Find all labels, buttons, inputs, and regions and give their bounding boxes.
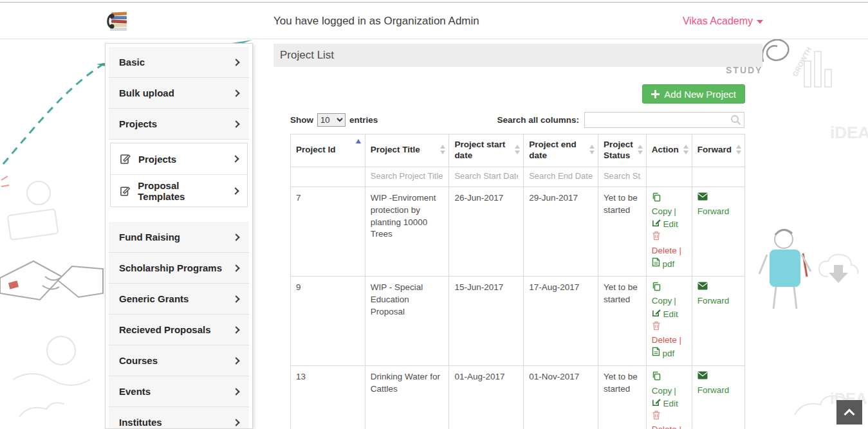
sidebar-item-label: Generic Grants [119, 293, 189, 304]
copy-link[interactable]: Copy [652, 386, 672, 396]
column-header-start-date[interactable]: Project start date [449, 134, 524, 167]
filter-status-input[interactable] [601, 170, 643, 182]
sort-icons [736, 145, 741, 154]
sidebar-item-label: Courses [119, 355, 158, 366]
cell-start-date: 15-Jun-2017 [449, 277, 524, 366]
sidebar-item-label: Fund Raising [119, 232, 180, 242]
edit-icon [652, 218, 661, 227]
chevron-right-icon [232, 326, 239, 333]
edit-document-icon [120, 153, 131, 165]
scroll-to-top-button[interactable] [836, 400, 862, 424]
chevron-right-icon [232, 120, 239, 127]
sidebar-item-projects[interactable]: Projects [109, 109, 249, 140]
pdf-link[interactable]: pdf [662, 349, 674, 358]
top-divider [0, 0, 868, 3]
top-header-bar: You have logged in as Organization Admin… [0, 3, 868, 39]
delete-link[interactable]: Delete [652, 335, 677, 345]
cell-end-date: 17-Aug-2017 [524, 277, 598, 366]
filter-project-title-input[interactable] [368, 170, 447, 182]
sidebar-item-label: Scholarship Programs [119, 262, 222, 273]
forward-link[interactable]: Forward [697, 206, 739, 218]
column-header-project-id[interactable]: Project Id [291, 134, 365, 167]
filter-end-date-input[interactable] [526, 170, 595, 182]
sort-icons [638, 145, 643, 154]
account-name: Vikas Academy [683, 15, 753, 27]
submenu-item-label: Projects [138, 154, 176, 165]
edit-link[interactable]: Edit [663, 219, 678, 229]
cell-start-date: 01-Aug-2017 [449, 366, 524, 429]
submenu-item-label: Proposal Templates [138, 180, 225, 202]
copy-link[interactable]: Copy [652, 206, 672, 216]
page-size-select[interactable]: 10 [317, 113, 346, 127]
search-icon [730, 114, 741, 125]
cell-end-date: 01-Nov-2017 [524, 366, 598, 429]
column-header-end-date[interactable]: Project end date [524, 134, 598, 167]
trash-icon [652, 410, 661, 420]
sidebar-item-generic-grants[interactable]: Generic Grants [109, 284, 249, 315]
column-header-status[interactable]: Project Status [598, 134, 646, 167]
submenu-item-projects[interactable]: Projects [111, 143, 247, 175]
forward-link[interactable]: Forward [697, 385, 739, 397]
pdf-link[interactable]: pdf [662, 259, 674, 269]
search-all-columns-input[interactable] [584, 112, 744, 128]
envelope-icon [697, 371, 708, 379]
entries-label: entries [349, 115, 378, 125]
svg-text:iDEA: iDEA [830, 123, 868, 142]
delete-link[interactable]: Delete [652, 424, 677, 429]
add-new-project-button[interactable]: Add New Project [642, 84, 745, 104]
sidebar-item-scholarship-programs[interactable]: Scholarship Programs [109, 253, 249, 284]
edit-icon [652, 308, 661, 317]
sidebar-item-bulk-upload[interactable]: Bulk upload [109, 78, 249, 109]
cell-forward: Forward [692, 366, 744, 429]
column-header-forward[interactable]: Forward [692, 134, 744, 167]
filter-start-date-input[interactable] [452, 170, 521, 182]
sidebar-item-label: Events [119, 386, 151, 397]
table-row: 13 Drinking Water for Cattles 01-Aug-201… [291, 366, 745, 429]
sidebar-item-label: Basic [119, 57, 145, 68]
table-row: 7 WIP -Enviroment protection by planting… [291, 187, 745, 276]
edit-link[interactable]: Edit [663, 309, 678, 319]
main-panel: Add New Project Show 10 entries Search a… [273, 74, 747, 429]
sidebar-item-events[interactable]: Events [109, 376, 249, 407]
chevron-right-icon [232, 89, 239, 96]
chevron-right-icon [232, 155, 239, 162]
page-title-bar: Project List [273, 44, 762, 67]
chevron-right-icon [232, 233, 239, 241]
chevron-right-icon [232, 187, 239, 194]
page-title: Project List [280, 49, 334, 62]
sidebar-item-courses[interactable]: Courses [109, 345, 249, 376]
cell-project-title: WIP - Special Education Proposal [365, 277, 449, 366]
sidebar-item-recieved-proposals[interactable]: Recieved Proposals [109, 315, 249, 345]
cell-status: Yet to be started [598, 187, 646, 276]
logged-in-message: You have logged in as Organization Admin [273, 3, 479, 39]
chevron-right-icon [232, 295, 239, 302]
page: STUDY iDEA iDEA GROWTH You have logged i… [0, 0, 868, 429]
cell-actions: Copy| Edit Delete | [646, 277, 692, 366]
chevron-up-icon [844, 409, 855, 420]
sort-asc-icon [356, 139, 361, 143]
cell-actions: Copy| Edit Delete | [646, 187, 692, 276]
pdf-icon [652, 347, 660, 356]
app-logo[interactable] [105, 8, 131, 34]
sort-icons [515, 145, 520, 154]
cell-project-id: 13 [291, 366, 365, 429]
column-header-project-title[interactable]: Project Title [365, 134, 449, 167]
sidebar-item-institutes[interactable]: Institutes [109, 407, 249, 429]
cell-status: Yet to be started [598, 277, 646, 366]
account-menu[interactable]: Vikas Academy [683, 3, 763, 39]
show-label: Show [290, 115, 313, 125]
delete-link[interactable]: Delete [652, 246, 677, 255]
edit-link[interactable]: Edit [663, 399, 678, 408]
sidebar-item-basic[interactable]: Basic [109, 47, 249, 78]
forward-link[interactable]: Forward [697, 295, 739, 307]
cell-status: Yet to be started [598, 366, 646, 429]
cell-forward: Forward [692, 187, 744, 276]
sidebar-item-fund-raising[interactable]: Fund Raising [109, 222, 249, 253]
cell-start-date: 26-Jun-2017 [449, 187, 524, 276]
submenu-item-proposal-templates[interactable]: Proposal Templates [111, 175, 247, 206]
column-header-action[interactable]: Action [646, 134, 692, 167]
chevron-right-icon [232, 357, 239, 364]
page-size-control: Show 10 entries [290, 113, 378, 127]
cell-project-title: WIP -Enviroment protection by planting 1… [365, 187, 449, 276]
copy-link[interactable]: Copy [652, 296, 672, 306]
